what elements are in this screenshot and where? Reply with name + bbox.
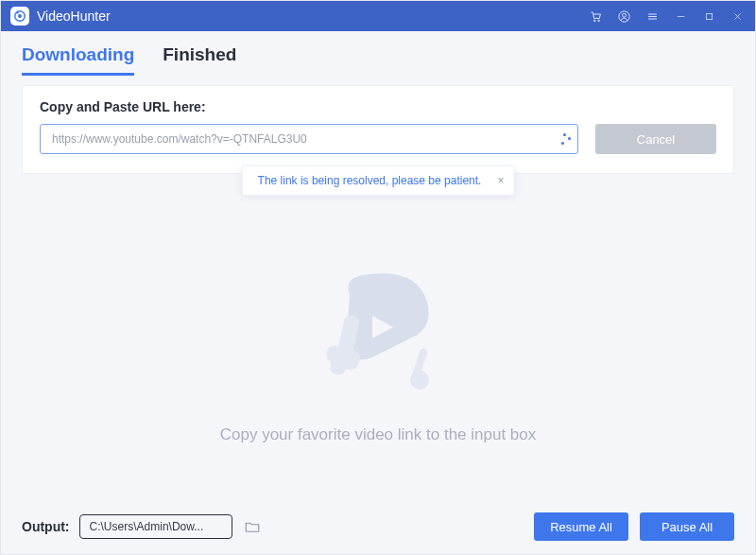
cart-icon[interactable] [583,4,608,28]
close-icon[interactable] [725,4,749,28]
cancel-button[interactable]: Cancel [595,124,716,154]
empty-area: Copy your favorite video link to the inp… [1,174,755,499]
open-folder-icon[interactable] [242,516,263,537]
output-label: Output: [22,519,70,534]
output-path-field[interactable]: C:\Users\Admin\Dow... [79,514,232,539]
maximize-icon[interactable] [696,4,721,28]
title-bar-left: VideoHunter [10,7,111,26]
account-icon[interactable] [611,4,636,28]
empty-illustration-icon [293,257,463,408]
tab-finished[interactable]: Finished [163,44,236,76]
svg-point-2 [17,11,19,13]
app-title: VideoHunter [37,9,111,24]
url-row: Cancel [40,124,716,154]
footer: Output: C:\Users\Admin\Dow... Resume All… [1,499,755,554]
svg-rect-11 [706,13,712,19]
resume-all-button[interactable]: Resume All [534,512,628,541]
url-label: Copy and Paste URL here: [40,99,716,114]
status-toast-text: The link is being resolved, please be pa… [258,174,482,187]
tab-downloading[interactable]: Downloading [22,44,134,76]
toast-close-icon[interactable]: × [497,174,504,187]
empty-hint: Copy your favorite video link to the inp… [220,425,537,444]
svg-point-1 [18,14,22,18]
output-path-text: C:\Users\Admin\Dow... [90,520,204,533]
minimize-icon[interactable] [668,4,693,28]
app-window: VideoHunter Downloading Finis [0,0,756,555]
footer-left: Output: C:\Users\Admin\Dow... [22,514,263,539]
menu-icon[interactable] [640,4,664,28]
tab-bar: Downloading Finished [1,31,755,76]
svg-point-4 [597,20,599,22]
footer-right: Resume All Pause All [534,512,734,541]
status-toast: The link is being resolved, please be pa… [242,165,515,196]
svg-point-6 [622,13,626,17]
pause-all-button[interactable]: Pause All [640,512,734,541]
url-panel: Copy and Paste URL here: Cancel The link… [22,85,734,174]
url-input[interactable] [40,124,578,154]
svg-point-3 [593,20,595,22]
url-input-wrap [40,124,578,154]
loading-spinner-icon [559,133,571,145]
title-bar-right [583,4,749,28]
app-logo-icon [10,7,29,26]
title-bar: VideoHunter [1,1,755,31]
